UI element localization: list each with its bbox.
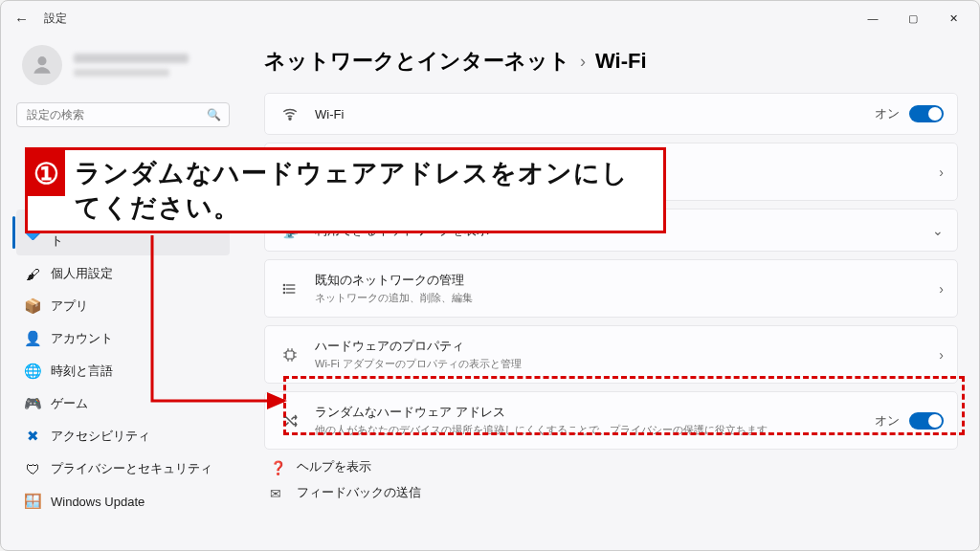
sidebar-item-10[interactable]: 🪟Windows Update xyxy=(16,487,230,516)
chevron-down-icon: ⌄ xyxy=(932,223,944,238)
sidebar-icon: 🛡 xyxy=(24,461,41,477)
breadcrumb-current: Wi-Fi xyxy=(595,49,647,74)
annotation-highlight xyxy=(283,376,965,435)
wifi-state-label: オン xyxy=(875,105,900,122)
sidebar-label: アプリ xyxy=(51,298,88,315)
minimize-button[interactable]: ― xyxy=(853,6,893,31)
user-name-blurred xyxy=(74,54,189,63)
settings-window: ← 設定 ― ▢ ✕ 🔍 💻システムᛒB xyxy=(0,0,980,551)
search-input[interactable] xyxy=(25,107,201,122)
wifi-icon xyxy=(278,105,301,122)
sidebar-item-5[interactable]: 👤アカウント xyxy=(16,324,230,353)
svg-rect-8 xyxy=(286,351,294,359)
sidebar-label: アカウント xyxy=(51,330,113,347)
sidebar-icon: 🌐 xyxy=(24,363,41,380)
app-title: 設定 xyxy=(44,11,67,27)
help-link[interactable]: ❓ ヘルプを表示 xyxy=(264,459,958,475)
wifi-toggle[interactable] xyxy=(909,105,944,122)
breadcrumb-parent[interactable]: ネットワークとインターネット xyxy=(264,47,570,76)
sidebar-label: プライバシーとセキュリティ xyxy=(51,460,212,477)
annotation-text: ランダムなハードウェアアドレスをオンにしてください。 xyxy=(65,152,663,230)
settings-search[interactable]: 🔍 xyxy=(16,102,230,127)
sidebar-label: Windows Update xyxy=(51,495,145,509)
sidebar-icon: 📦 xyxy=(24,298,41,315)
sidebar-item-3[interactable]: 🖌個人用設定 xyxy=(16,259,230,288)
help-icon: ❓ xyxy=(270,460,287,475)
back-button[interactable]: ← xyxy=(14,11,29,27)
avatar xyxy=(22,45,62,85)
sidebar-label: ゲーム xyxy=(51,395,88,412)
sidebar-icon: 🖌 xyxy=(24,266,41,282)
wifi-card[interactable]: Wi-Fi オン xyxy=(264,93,958,135)
hw-properties-card[interactable]: ハードウェアのプロパティ Wi-Fi アダプターのプロパティの表示と管理 › xyxy=(264,325,958,384)
chevron-right-icon: › xyxy=(939,165,944,180)
chip-icon xyxy=(278,347,301,363)
sidebar-item-9[interactable]: 🛡プライバシーとセキュリティ xyxy=(16,454,230,483)
wifi-title: Wi-Fi xyxy=(315,107,861,121)
hw-sub: Wi-Fi アダプターのプロパティの表示と管理 xyxy=(315,357,925,371)
sidebar-item-4[interactable]: 📦アプリ xyxy=(16,292,230,320)
sidebar-item-6[interactable]: 🌐時刻と言語 xyxy=(16,357,230,386)
user-block[interactable] xyxy=(16,45,230,85)
svg-point-0 xyxy=(37,56,46,65)
sidebar-icon: ✖ xyxy=(24,428,41,445)
list-icon xyxy=(278,281,301,297)
svg-point-6 xyxy=(283,288,284,289)
sidebar-icon: 🪟 xyxy=(24,493,41,510)
known-networks-card[interactable]: 既知のネットワークの管理 ネットワークの追加、削除、編集 › xyxy=(264,259,958,318)
sidebar-label: アクセシビリティ xyxy=(51,428,150,445)
svg-point-7 xyxy=(283,292,284,293)
chevron-right-icon: › xyxy=(939,347,944,363)
sidebar-item-7[interactable]: 🎮ゲーム xyxy=(16,389,230,418)
close-button[interactable]: ✕ xyxy=(933,6,973,31)
chevron-right-icon: › xyxy=(939,281,944,297)
breadcrumb-sep-icon: › xyxy=(580,52,586,72)
window-controls: ― ▢ ✕ xyxy=(853,6,973,31)
known-title: 既知のネットワークの管理 xyxy=(315,272,925,289)
maximize-button[interactable]: ▢ xyxy=(893,6,933,31)
annotation-callout: ① ランダムなハードウェアアドレスをオンにしてください。 xyxy=(25,147,666,233)
user-email-blurred xyxy=(74,69,169,77)
breadcrumb: ネットワークとインターネット › Wi-Fi xyxy=(264,47,958,76)
sidebar-label: 時刻と言語 xyxy=(51,363,113,380)
sidebar-label: 個人用設定 xyxy=(51,265,113,282)
feedback-link[interactable]: ✉ フィードバックの送信 xyxy=(264,485,958,501)
annotation-number: ① xyxy=(28,150,65,196)
sidebar-item-8[interactable]: ✖アクセシビリティ xyxy=(16,422,230,451)
sidebar-icon: 👤 xyxy=(24,330,41,347)
sidebar-icon: 🎮 xyxy=(24,395,41,412)
known-sub: ネットワークの追加、削除、編集 xyxy=(315,291,925,305)
svg-point-1 xyxy=(289,118,291,120)
feedback-icon: ✉ xyxy=(270,486,287,501)
sidebar: 🔍 💻システムᛒBluetooth とデバイス🔷ネットワークとインターネット🖌個… xyxy=(1,35,245,550)
search-icon: 🔍 xyxy=(207,108,221,121)
titlebar: ← 設定 ― ▢ ✕ xyxy=(1,1,979,35)
main-panel: ネットワークとインターネット › Wi-Fi Wi-Fi オン 📶 接続プロパテ… xyxy=(245,35,979,550)
svg-point-5 xyxy=(283,284,284,285)
hw-title: ハードウェアのプロパティ xyxy=(315,338,925,355)
